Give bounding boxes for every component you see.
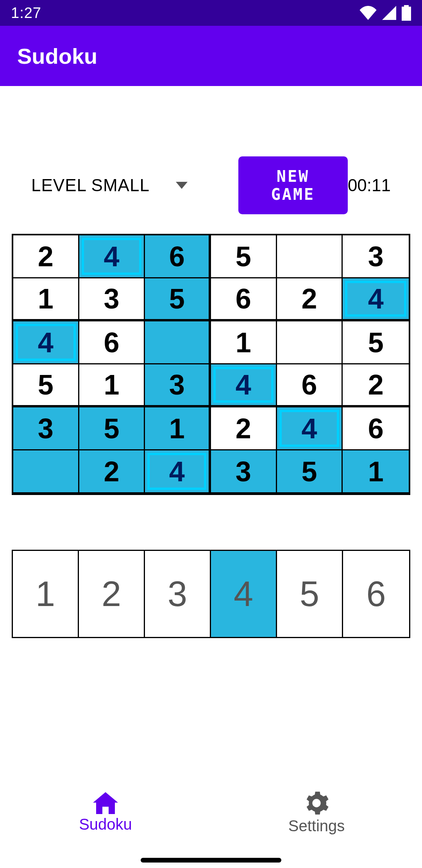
sudoku-cell[interactable]: 5 (343, 321, 409, 364)
home-icon (93, 792, 118, 814)
sudoku-cell: 3 (211, 450, 277, 493)
sudoku-cell[interactable]: 5 (13, 364, 79, 407)
nav-settings-label: Settings (288, 817, 345, 835)
numpad-key-2[interactable]: 2 (79, 551, 145, 637)
sudoku-cell[interactable]: 2 (211, 407, 277, 450)
sudoku-cell: 2 (79, 450, 145, 493)
cell-value: 4 (368, 283, 384, 315)
cell-value: 2 (368, 369, 384, 401)
cell-value: 3 (236, 456, 251, 488)
number-pad: 123456 (12, 550, 410, 638)
numpad-key-1[interactable]: 1 (13, 551, 79, 637)
cell-value: 5 (169, 283, 185, 315)
cell-signal-icon (382, 6, 396, 20)
numpad-key-4[interactable]: 4 (211, 551, 277, 637)
sudoku-cell: 5 (145, 278, 211, 321)
sudoku-cell[interactable]: 1 (79, 364, 145, 407)
sudoku-cell[interactable]: 6 (343, 407, 409, 450)
bottom-nav: Sudoku Settings (0, 781, 422, 844)
sudoku-cell[interactable]: 4 (343, 278, 409, 321)
sudoku-cell[interactable]: 4 (277, 407, 343, 450)
cell-value: 4 (236, 369, 251, 401)
sudoku-cell: 5 (277, 450, 343, 493)
sudoku-grid: 24653135624461551346235124624351 (12, 234, 410, 495)
cell-value: 3 (368, 240, 384, 273)
cell-value: 6 (301, 369, 317, 401)
sudoku-cell (13, 450, 79, 493)
cell-value: 4 (104, 240, 119, 273)
cell-value: 2 (104, 456, 119, 488)
cell-value: 6 (368, 412, 384, 445)
cell-value: 5 (368, 326, 384, 359)
cell-value: 1 (38, 283, 54, 315)
sudoku-cell[interactable]: 3 (343, 235, 409, 278)
sudoku-cell: 5 (79, 407, 145, 450)
sudoku-cell: 3 (13, 407, 79, 450)
cell-value: 2 (301, 283, 317, 315)
sudoku-cell[interactable]: 4 (13, 321, 79, 364)
sudoku-cell[interactable] (277, 321, 343, 364)
cell-value: 3 (104, 283, 119, 315)
status-time: 1:27 (11, 5, 41, 22)
cell-value: 5 (104, 412, 119, 445)
controls-row: LEVEL SMALL NEW GAME 00:11 (0, 156, 422, 214)
sudoku-cell[interactable]: 2 (343, 364, 409, 407)
cell-value: 6 (104, 326, 119, 359)
cell-value: 6 (169, 240, 185, 273)
sudoku-cell[interactable]: 6 (211, 278, 277, 321)
sudoku-cell[interactable]: 4 (145, 450, 211, 493)
sudoku-cell[interactable]: 5 (211, 235, 277, 278)
app-title: Sudoku (17, 43, 97, 69)
battery-icon (402, 5, 411, 21)
sudoku-cell[interactable]: 6 (277, 364, 343, 407)
sudoku-cell[interactable]: 1 (211, 321, 277, 364)
cell-value: 3 (38, 412, 54, 445)
sudoku-cell[interactable]: 4 (79, 235, 145, 278)
numpad-key-5[interactable]: 5 (277, 551, 343, 637)
new-game-button[interactable]: NEW GAME (238, 156, 348, 214)
sudoku-cell[interactable]: 2 (13, 235, 79, 278)
level-select[interactable]: LEVEL SMALL (31, 170, 195, 201)
wifi-icon (359, 6, 377, 20)
numpad-key-6[interactable]: 6 (343, 551, 409, 637)
cell-value: 5 (38, 369, 54, 401)
sudoku-cell: 6 (145, 235, 211, 278)
sudoku-cell[interactable]: 1 (13, 278, 79, 321)
nav-sudoku-label: Sudoku (79, 816, 132, 833)
sudoku-cell[interactable]: 2 (277, 278, 343, 321)
chevron-down-icon (176, 182, 188, 189)
sudoku-cell (145, 321, 211, 364)
cell-value: 5 (301, 456, 317, 488)
cell-value: 3 (169, 369, 185, 401)
sudoku-cell[interactable] (277, 235, 343, 278)
cell-value: 4 (38, 326, 54, 359)
status-bar: 1:27 (0, 0, 422, 26)
sudoku-cell[interactable]: 6 (79, 321, 145, 364)
app-bar: Sudoku (0, 26, 422, 86)
sudoku-cell: 1 (145, 407, 211, 450)
game-timer: 00:11 (348, 176, 406, 195)
cell-value: 1 (236, 326, 251, 359)
cell-value: 5 (236, 240, 251, 273)
sudoku-cell: 3 (145, 364, 211, 407)
numpad-key-3[interactable]: 3 (145, 551, 211, 637)
gesture-bar (141, 858, 281, 863)
cell-value: 2 (236, 412, 251, 445)
status-icons (359, 5, 411, 21)
cell-value: 2 (38, 240, 54, 273)
nav-settings[interactable]: Settings (211, 781, 422, 844)
cell-value: 6 (236, 283, 251, 315)
gear-icon (304, 791, 329, 816)
level-label: LEVEL SMALL (31, 176, 150, 195)
cell-value: 4 (301, 412, 317, 445)
sudoku-cell[interactable]: 3 (79, 278, 145, 321)
nav-sudoku[interactable]: Sudoku (0, 781, 211, 844)
cell-value: 4 (169, 456, 185, 488)
cell-value: 1 (368, 456, 384, 488)
cell-value: 1 (169, 412, 185, 445)
cell-value: 1 (104, 369, 119, 401)
sudoku-cell[interactable]: 4 (211, 364, 277, 407)
sudoku-cell: 1 (343, 450, 409, 493)
